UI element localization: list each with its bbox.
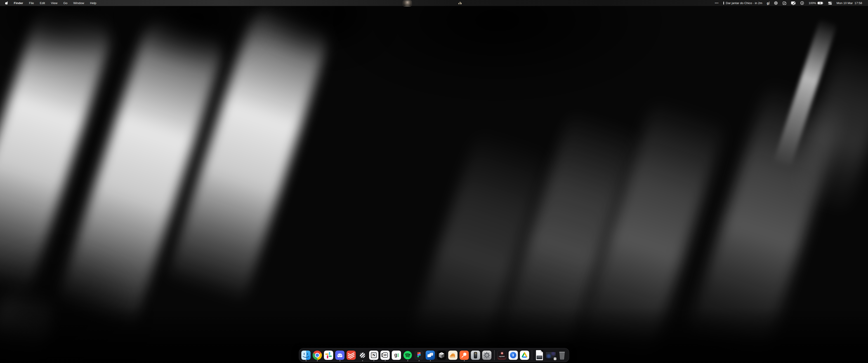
dock-item-1password[interactable]: [508, 351, 518, 360]
dock-item-slack[interactable]: [324, 351, 333, 360]
finder-icon: [301, 351, 311, 360]
running-indicator: [385, 360, 385, 361]
apple-icon: [5, 1, 8, 5]
running-indicator: [430, 360, 431, 361]
dock-separator: [494, 350, 495, 360]
notion-icon: N: [369, 351, 378, 360]
one-password-dock-icon: [508, 351, 518, 360]
slack-icon: [324, 351, 333, 360]
notion-calendar-icon: 10: [380, 351, 390, 360]
cursor-icon: [437, 351, 446, 360]
one-password-icon[interactable]: [800, 0, 804, 6]
granola-glyph: g: [767, 1, 769, 5]
menu-file[interactable]: File: [26, 0, 37, 6]
running-indicator: [373, 360, 374, 361]
discord-icon: [335, 351, 344, 360]
menu-edit[interactable]: Edit: [37, 0, 48, 6]
control-center-icon[interactable]: [828, 0, 832, 6]
dock-item-todoist[interactable]: [346, 351, 356, 360]
screenshot-file-icon: 11: [546, 351, 555, 360]
dock-item-iphone-mirroring[interactable]: [471, 351, 480, 360]
raycast-icon: raycast: [497, 351, 506, 360]
todoist-icon: [346, 351, 356, 360]
apple-menu[interactable]: [5, 1, 8, 5]
dock-item-figma[interactable]: [414, 351, 424, 360]
chrome-icon: [313, 351, 322, 360]
dock-item-raycast[interactable]: raycast: [497, 351, 506, 360]
notion-letter: N: [372, 353, 375, 357]
postico-elephant-icon: [448, 351, 458, 360]
dock-item-screenshot[interactable]: 11: [546, 351, 555, 360]
dock-separator: [532, 350, 532, 360]
menu-window[interactable]: Window: [70, 0, 87, 6]
dock-item-finder[interactable]: [301, 351, 311, 360]
google-drive-icon: [520, 351, 529, 360]
dock-item-notion[interactable]: N: [369, 351, 378, 360]
menu-go[interactable]: Go: [60, 0, 70, 6]
calendar-badge: 11: [554, 357, 557, 360]
windows-app-icon: [426, 351, 435, 360]
dock-item-postico[interactable]: [448, 351, 458, 360]
menu-help[interactable]: Help: [87, 0, 99, 6]
calendar-date-number: 10: [383, 354, 386, 357]
wallpaper-vignette: [0, 0, 868, 363]
running-indicator: [418, 360, 420, 361]
dock-item-document[interactable]: [535, 351, 544, 360]
menu-bar-status-area: ••• Dar jantar do Chico · in 2m g: [715, 0, 868, 6]
webcam-preview-thumbnail[interactable]: [403, 0, 412, 6]
dock-item-notion-calendar[interactable]: 10: [380, 351, 390, 360]
running-indicator: [306, 360, 307, 361]
trash-icon: [557, 351, 567, 360]
granola-menubar-icon[interactable]: g: [767, 0, 770, 6]
battery-status[interactable]: 100%: [809, 0, 823, 6]
dock: N 10 g: [299, 348, 569, 362]
dock-item-windows-app[interactable]: [426, 351, 435, 360]
dock-item-chrome[interactable]: [313, 351, 322, 360]
postman-icon: [460, 351, 469, 360]
dock-item-spotify[interactable]: [403, 351, 412, 360]
raycast-label: raycast: [498, 356, 506, 357]
dock-item-discord[interactable]: [335, 351, 344, 360]
overflow-menu-icon[interactable]: •••: [715, 0, 719, 6]
event-color-bar: [723, 2, 724, 4]
dock-item-google-drive[interactable]: [520, 351, 529, 360]
menu-view[interactable]: View: [48, 0, 60, 6]
granola-icon: g: [392, 351, 401, 360]
linear-icon: [358, 351, 367, 360]
running-indicator: [362, 360, 363, 361]
figma-icon: [414, 351, 424, 360]
dock-item-linear[interactable]: [358, 351, 367, 360]
now-playing-equalizer-icon[interactable]: [458, 2, 462, 4]
pick-shape-icon[interactable]: [782, 0, 786, 6]
sun-icon[interactable]: [774, 0, 778, 6]
granola-letter: g: [394, 352, 397, 357]
running-indicator: [464, 360, 465, 361]
running-indicator: [340, 360, 340, 361]
battery-percent: 100%: [809, 1, 816, 5]
document-file-icon: [535, 351, 544, 360]
dock-item-granola[interactable]: g: [392, 351, 401, 360]
dock-item-cursor[interactable]: [437, 351, 446, 360]
display-mirroring-icon[interactable]: [791, 0, 796, 6]
spotify-icon: [403, 351, 412, 360]
desktop-wallpaper: [0, 0, 868, 363]
menu-finder[interactable]: Finder: [11, 0, 26, 6]
dock-item-system-settings[interactable]: [482, 351, 491, 360]
dock-item-trash[interactable]: [557, 351, 567, 360]
dock-item-postman[interactable]: [460, 351, 469, 360]
iphone-mirroring-icon: [471, 351, 480, 360]
running-indicator: [317, 360, 318, 361]
running-indicator: [407, 360, 408, 361]
menu-bar-clock[interactable]: Mon 10 Mar 17:58: [837, 0, 862, 6]
calendar-event-item[interactable]: Dar jantar do Chico · in 2m: [723, 0, 763, 6]
menu-bar: Finder File Edit View Go Window Help •••…: [0, 0, 868, 6]
menu-bar-left: Finder File Edit View Go Window Help: [0, 0, 99, 6]
battery-icon: [817, 2, 824, 4]
event-text: Dar jantar do Chico · in 2m: [726, 1, 762, 5]
system-settings-icon: [482, 351, 491, 360]
